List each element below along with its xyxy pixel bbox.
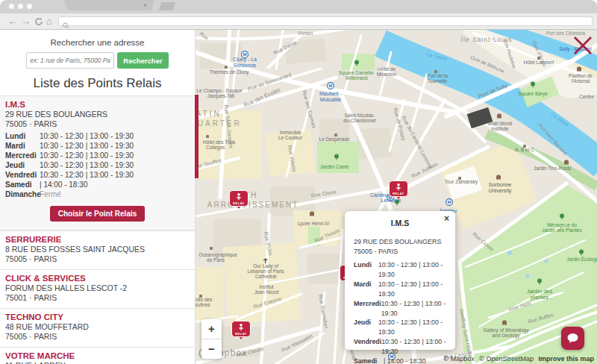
map-label: Jacques-Tati	[207, 93, 235, 99]
relay-popup: × I.M.S 29 RUE DES BOULANGERS 75005 - PA…	[345, 211, 455, 350]
browser-nav-bar: ← → ⌂	[0, 13, 597, 30]
browser-top-bar: ×	[0, 0, 597, 13]
map-label: ARRONDISSEMENT	[207, 201, 298, 209]
map-label: Studio des	[196, 297, 213, 302]
map-label: Jardin Tino-Rossi	[534, 166, 571, 171]
relay-city: 75005 · PARIS	[5, 119, 190, 129]
day-label: Vendredi	[5, 170, 40, 180]
home-icon[interactable]: ⌂	[46, 15, 52, 28]
hours-value: 10:30 - 12:30 | 13:00 - 19:30	[40, 160, 134, 170]
relay-item-serrurerie[interactable]: SERRURERIE 8 RUE DES FOSSES SAINT JACQUE…	[0, 230, 195, 269]
hours-value: 10:30 - 12:30 | 13:00 - 19:30	[381, 299, 446, 318]
search-button[interactable]: Rechercher	[117, 52, 168, 69]
address-search-input[interactable]	[26, 52, 114, 69]
hours-value: 10:30 - 12:30 | 13:00 - 19:30	[40, 131, 134, 141]
day-label: Mercredi	[5, 151, 40, 160]
relay-marker[interactable]	[232, 321, 251, 340]
tab-close-icon[interactable]: ×	[143, 1, 147, 10]
map-label: Sorbonne	[489, 182, 511, 187]
relay-name: SERRURERIE	[5, 235, 190, 245]
relay-sidebar: Rechercher une adresse Rechercher Liste …	[0, 30, 196, 364]
relay-name: CLICK & SERVICES	[5, 274, 190, 283]
map-label: and Geology	[493, 333, 521, 339]
map-close-button[interactable]	[572, 34, 594, 57]
metro-icon	[328, 83, 334, 90]
map-label: Cluny - La	[233, 57, 257, 63]
relay-name: I.M.S	[5, 100, 190, 110]
search-row: Rechercher	[0, 52, 195, 69]
relay-marker[interactable]	[390, 181, 408, 200]
metro-icon	[446, 199, 453, 206]
map-label: Hôtel des Trois	[203, 139, 236, 145]
back-icon[interactable]: ←	[7, 15, 17, 28]
hours-value: 10:30 - 12:30 | 13:00 - 19:30	[378, 318, 446, 337]
chat-button[interactable]	[561, 327, 584, 350]
map-label: Maubert -	[319, 91, 343, 96]
browser-tab[interactable]	[63, 0, 154, 10]
map-label: Pavillon de	[569, 73, 593, 78]
relay-name: TECHNO CITY	[5, 313, 190, 322]
map-label: plantes	[531, 294, 548, 301]
url-bar[interactable]	[58, 16, 593, 26]
window-dot-icon	[18, 4, 23, 9]
chat-bubble-icon	[566, 333, 579, 344]
window-dot-icon	[27, 4, 32, 9]
relay-marker[interactable]	[230, 191, 249, 210]
refresh-icon[interactable]	[34, 16, 43, 30]
relay-address: 8 RUE DES FOSSES SAINT JACQUES	[5, 245, 190, 254]
map-label: Lebanon of Paris	[247, 269, 284, 274]
improve-map-link[interactable]: Improve this map	[538, 355, 594, 363]
choose-relay-button[interactable]: Choisir le Point Relais	[50, 206, 146, 222]
zoom-out-button[interactable]: −	[201, 339, 222, 359]
map-label: Miramion	[377, 72, 397, 77]
day-label: Mardi	[5, 141, 40, 151]
day-label: Mardi	[354, 280, 378, 299]
map-label: University	[489, 188, 512, 194]
map-label: Port de la	[427, 73, 448, 78]
map-label: Cardinal	[370, 192, 390, 198]
relay-item-techno-city[interactable]: TECHNO CITY 48 RUE MOUFFETARD 75005 · PA…	[0, 308, 195, 347]
search-address-label: Rechercher une adresse	[0, 38, 195, 47]
map-label: Tour Zamansky	[445, 179, 478, 185]
poi-icon	[206, 135, 209, 138]
relay-item-votre-marche[interactable]: VOTRE MARCHE 11 RUE LARREY 75005 · PARIS	[0, 347, 195, 364]
browser-window: × ← → ⌂ Rechercher une adresse Recherche…	[0, 0, 597, 364]
relay-address: 29 RUE DES BOULANGERS	[5, 110, 190, 119]
relay-city: 75001 · PARIS	[5, 293, 190, 303]
map-label: Sorbonne	[234, 63, 256, 68]
new-tab-stub[interactable]	[159, 2, 175, 10]
forward-icon[interactable]: →	[21, 15, 31, 28]
map-label: Arab World	[488, 121, 513, 126]
map-label: Ursulines	[196, 302, 210, 307]
relay-city: 75005 · PARIS	[5, 254, 190, 264]
day-label: Samedi	[5, 180, 40, 189]
map-label: Mitterrand	[346, 75, 368, 81]
relay-name: VOTRE MARCHE	[5, 351, 190, 361]
osm-attribution-link[interactable]: © OpenStreetMap	[479, 355, 534, 363]
day-label: Jeudi	[354, 318, 378, 337]
map-label: Viviani	[298, 31, 313, 36]
popup-close-icon[interactable]: ×	[444, 213, 449, 224]
popup-opening-hours: Lundi10:30 - 12:30 | 13:00 - 19:30 Mardi…	[354, 260, 446, 364]
map-label: Mutualité	[320, 97, 342, 102]
poi-icon	[225, 66, 228, 69]
window-dot-icon	[9, 4, 14, 9]
hours-value: 10:30 - 12:30 | 13:00 - 19:30	[40, 151, 134, 160]
day-label: Dimanche	[5, 189, 40, 199]
map-label: QUARTER	[196, 119, 242, 128]
hours-value: 10:30 - 12:30 | 13:00 - 19:30	[378, 260, 446, 280]
mapbox-attribution-link[interactable]: © Mapbox	[444, 355, 475, 363]
relay-item-ims[interactable]: I.M.S 29 RUE DES BOULANGERS 75005 · PARI…	[0, 95, 195, 230]
sidebar-scrollbar-thumb[interactable]	[195, 95, 199, 178]
relay-item-click-services[interactable]: CLICK & SERVICES FORUM DES HALLES LESCOT…	[0, 269, 195, 308]
relay-city: 75005 · PARIS	[5, 332, 190, 342]
map-label: l'Arsenal	[572, 78, 590, 84]
page-title: Liste des Points Relais	[0, 76, 195, 91]
map-label: Hôtel Lambert	[524, 60, 554, 65]
day-label: Vendredi	[354, 337, 381, 357]
relay-address: FORUM DES HALLES LESCOT -2	[5, 283, 190, 293]
zoom-in-button[interactable]: +	[201, 319, 222, 339]
map-label: Le Desperado	[319, 136, 350, 142]
popup-relay-city: 75005 - PARIS	[354, 247, 446, 257]
map-label: Lycée Henri-IV	[298, 221, 330, 227]
